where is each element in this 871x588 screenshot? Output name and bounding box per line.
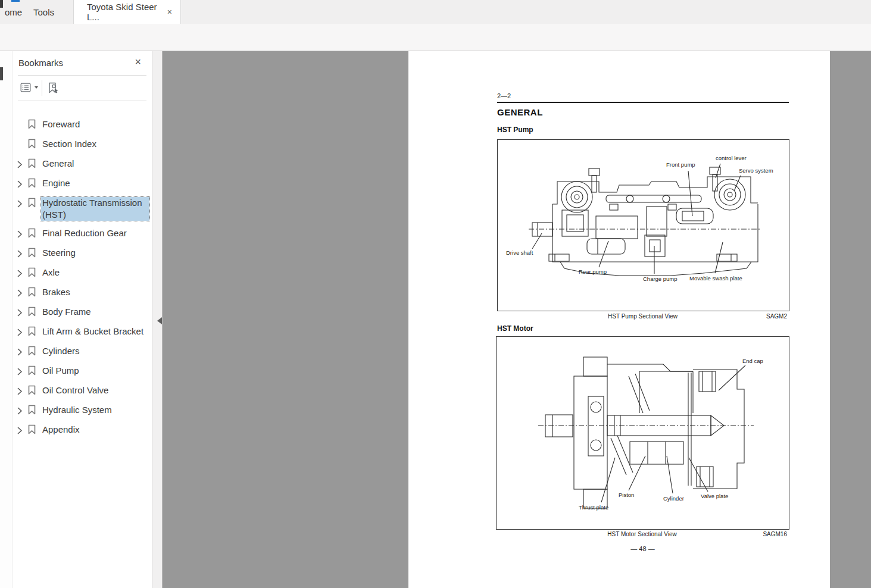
bookmark-options-icon[interactable] [19, 81, 38, 94]
bookmarks-close-icon[interactable]: × [135, 56, 141, 68]
pump-figure-code: SAGM2 [766, 313, 787, 320]
bookmark-label: Engine [41, 177, 73, 190]
bookmark-icon [27, 306, 36, 319]
bookmark-item[interactable]: Foreward [13, 115, 152, 135]
bookmark-icon [27, 424, 36, 437]
acrobat-window: ome Tools Toyota Skid Steer L... × [0, 0, 871, 588]
bookmark-item[interactable]: Axle [13, 264, 152, 283]
label-movable-swash-plate: Movable swash plate [689, 275, 742, 282]
bookmark-item[interactable]: Engine [13, 174, 152, 194]
motor-caption: HST Motor Sectional View [607, 531, 676, 537]
tab-close-icon[interactable]: × [167, 8, 172, 16]
label-rear-pump: Rear pump [579, 268, 607, 275]
chevron-right-icon[interactable] [17, 289, 26, 299]
bookmark-label: Lift Arm & Bucket Bracket [41, 326, 146, 338]
label-charge-pump: Charge pump [643, 276, 678, 282]
chevron-right-icon[interactable] [17, 199, 26, 210]
bookmark-item[interactable]: Oil Pump [13, 362, 152, 381]
chevron-right-icon[interactable] [17, 308, 26, 319]
chevron-right-icon[interactable] [17, 367, 26, 378]
chevron-right-icon[interactable] [17, 328, 26, 339]
bookmark-item[interactable]: Oil Control Valve [13, 381, 152, 401]
bookmark-item[interactable]: Section Index [13, 135, 152, 155]
bookmark-icon [27, 346, 36, 358]
panel-splitter[interactable] [152, 51, 163, 588]
chevron-right-icon[interactable] [17, 180, 26, 190]
bookmark-item[interactable]: Cylinders [13, 342, 152, 362]
chevron-right-icon[interactable] [17, 348, 26, 358]
chevron-right-icon[interactable] [17, 269, 26, 280]
motor-figure-code: SAGM16 [763, 531, 787, 537]
pump-caption: HST Pump Sectional View [608, 313, 678, 320]
bookmark-icon [27, 405, 36, 417]
bookmark-icon [27, 198, 36, 210]
bookmark-icon [27, 228, 36, 240]
bookmark-icon [27, 365, 36, 378]
pump-sectional-drawing [498, 140, 789, 311]
bookmark-icon [27, 158, 36, 171]
label-servo-system: Servo system [739, 167, 773, 174]
nav-pane-icon-fragment [0, 67, 3, 80]
bookmark-item[interactable]: Hydraulic System [13, 401, 152, 421]
divider [42, 80, 42, 96]
pdf-page: 2—2 GENERAL HST Pump [408, 51, 830, 588]
label-valve-plate: Valve plate [701, 493, 728, 499]
bookmark-item[interactable]: Lift Arm & Bucket Bracket [13, 323, 152, 342]
divider [18, 101, 146, 101]
bookmark-icon [27, 119, 36, 132]
label-end-cap: End cap [742, 358, 763, 364]
tab-document[interactable]: Toyota Skid Steer L... × [73, 0, 181, 24]
page-number-footer: — 48 — [497, 545, 788, 552]
bookmark-label: Axle [41, 267, 62, 279]
label-drive-shaft: Drive shaft [506, 249, 533, 256]
bookmark-label: General [41, 158, 76, 170]
motor-heading: HST Motor [497, 324, 533, 333]
bookmark-icon [27, 287, 36, 299]
chevron-right-icon[interactable] [17, 426, 26, 437]
bookmarks-panel: Bookmarks × [13, 51, 152, 588]
bookmark-item[interactable]: Body Frame [13, 303, 152, 323]
bookmark-item[interactable]: Final Reduction Gear [13, 224, 152, 244]
chevron-right-icon[interactable] [17, 160, 26, 171]
tab-tools[interactable]: Tools [30, 0, 58, 24]
bookmark-item[interactable]: General [13, 155, 152, 174]
bookmarks-title: Bookmarks [18, 58, 63, 68]
motor-figure: End cap Piston Cylinder Valve plate Thru… [496, 336, 789, 530]
bookmark-icon [27, 248, 36, 260]
chevron-right-icon[interactable] [17, 387, 26, 398]
bookmark-icon [27, 139, 36, 151]
locate-current-bookmark-icon[interactable] [46, 81, 61, 95]
page-reference: 2—2 [497, 92, 511, 99]
tab-document-label: Toyota Skid Steer L... [74, 2, 158, 22]
section-title: GENERAL [497, 107, 543, 117]
label-thrust-plate: Thrust plate [579, 504, 608, 511]
bookmark-item[interactable]: Appendix [13, 421, 152, 440]
pump-figure: Front pump control lever Servo system Dr… [497, 139, 789, 311]
bookmark-item[interactable]: Brakes [13, 283, 152, 303]
bookmark-label: Steering [41, 247, 78, 259]
bookmark-label: Cylinders [41, 345, 82, 358]
bookmark-icon [27, 385, 36, 398]
bookmark-item[interactable]: Hydrostatic Transmission (HST) [13, 194, 152, 224]
chevron-right-icon[interactable] [17, 249, 26, 260]
chevron-right-icon[interactable] [17, 230, 26, 240]
label-cylinder: Cylinder [663, 495, 684, 502]
bookmark-label: Oil Pump [41, 365, 82, 377]
bookmark-label: Appendix [41, 424, 82, 436]
bookmark-label: Section Index [41, 138, 99, 151]
tab-bar: ome Tools Toyota Skid Steer L... × [0, 0, 871, 24]
pump-heading: HST Pump [497, 126, 533, 134]
motor-sectional-drawing [497, 337, 789, 529]
label-control-lever: control lever [716, 155, 747, 161]
label-piston: Piston [619, 492, 634, 498]
bookmark-icon [27, 326, 36, 339]
tab-home[interactable]: ome [1, 0, 26, 24]
bookmark-icon [27, 178, 36, 190]
bookmark-item[interactable]: Steering [13, 244, 152, 264]
label-front-pump: Front pump [666, 161, 695, 168]
collapse-panel-icon[interactable] [154, 317, 162, 324]
bookmark-label: Final Reduction Gear [41, 227, 129, 240]
chevron-right-icon[interactable] [17, 406, 26, 417]
bookmarks-header: Bookmarks × [13, 51, 152, 76]
pump-caption-row: HST Pump Sectional View SAGM2 [497, 313, 788, 320]
